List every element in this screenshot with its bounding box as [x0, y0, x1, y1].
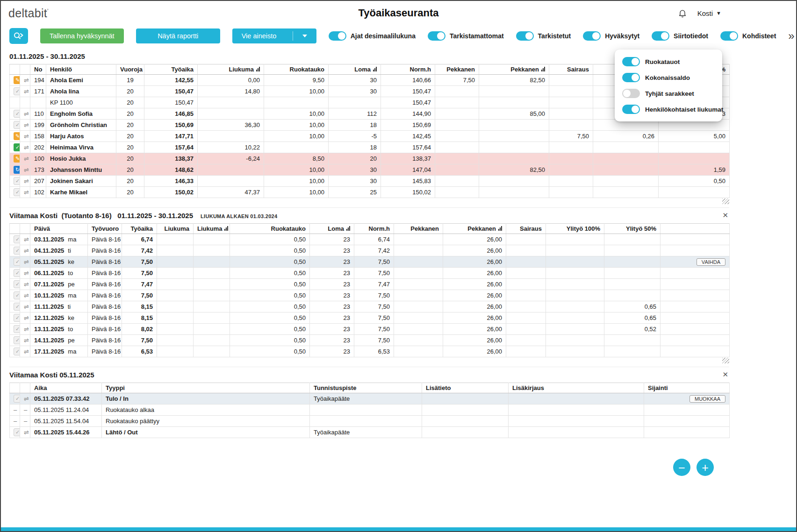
checked-icon[interactable]: ✓ [14, 235, 20, 243]
checked-icon[interactable]: ✓ [14, 395, 20, 403]
checked-icon[interactable]: ✓ [14, 177, 20, 185]
summary-row[interactable]: ✎⇌100Hosio Jukka20138,37-6,248,5020138,3… [10, 153, 730, 164]
close-punch-icon[interactable]: ✕ [722, 370, 728, 379]
menu-item-kokonaissaldo[interactable]: Kokonaissaldo [615, 70, 722, 85]
swap-icon[interactable]: ⇌ [24, 88, 29, 95]
swap-icon[interactable]: ⇌ [24, 292, 29, 299]
checked-icon[interactable]: ✓ [14, 121, 20, 129]
detail-row[interactable]: ✓⇌14.11.2025pePäivä 8-167,500,50237,5026… [10, 335, 730, 346]
column-header-pekkanen[interactable]: Pekkanen [443, 224, 506, 234]
column-header-pekkanen[interactable]: Pekkanen [479, 64, 549, 75]
detail-row[interactable]: ✓⇌10.11.2025maPäivä 8-167,500,50237,5026… [10, 290, 730, 301]
column-header-sairaus[interactable]: Sairaus [549, 64, 593, 75]
column-header-liukuma[interactable]: Liukuma [157, 224, 194, 234]
swap-icon[interactable]: ⇌ [24, 121, 29, 128]
save-approvals-button[interactable]: Tallenna hyväksynnät [40, 28, 124, 43]
close-detail-icon[interactable]: ✕ [722, 211, 728, 220]
search-button[interactable] [9, 28, 28, 44]
column-header-aika[interactable]: Aika [30, 383, 102, 393]
swap-icon[interactable]: ⇌ [24, 429, 29, 436]
punch-row[interactable]: ✓⇌05.11.2025 15.44.26Lähtö / OutTyöaikap… [10, 427, 730, 438]
column-header-ylityo-100pct[interactable]: Ylityö 100% [546, 224, 604, 234]
chart-icon[interactable] [498, 226, 502, 231]
column-header-loma[interactable]: Loma [329, 64, 381, 75]
column-header-liukuma[interactable]: Liukuma [198, 64, 264, 75]
expand-toolbar-icon[interactable]: » [788, 30, 794, 42]
checked-icon[interactable]: ✓ [14, 428, 20, 436]
checked-icon[interactable]: ✓ [14, 325, 20, 333]
checked-icon[interactable]: ✓ [14, 87, 20, 95]
swap-icon[interactable]: ⇌ [24, 314, 29, 321]
swap-icon[interactable]: ⇌ [24, 326, 29, 333]
toggle-siirtotiedot[interactable] [652, 31, 669, 41]
punch-row[interactable]: ––05.11.2025 11.54.04Ruokatauko päättyy [10, 416, 730, 427]
table-resize-grip[interactable] [722, 199, 729, 204]
swap-icon[interactable]: ⇌ [24, 236, 29, 243]
column-header-norm-h[interactable]: Norm.h [381, 64, 435, 75]
checked-icon[interactable]: ✓ [14, 258, 20, 266]
edit-punch-button[interactable]: MUOKKAA [689, 395, 725, 403]
column-header-lisakirjaus[interactable]: Lisäkirjaus [509, 383, 644, 393]
swap-icon[interactable]: ⇌ [24, 303, 29, 310]
column-header-tunnistuspiste[interactable]: Tunnistuspiste [310, 383, 422, 393]
column-header-liukuma[interactable]: Liukuma [194, 224, 230, 234]
toggle-tarkistetut[interactable] [516, 31, 534, 41]
column-header-pekkanen[interactable]: Pekkanen [435, 64, 479, 75]
column-header-lisatieto[interactable]: Lisätieto [422, 383, 509, 393]
menu-item-tyhjat-sarakkeet[interactable]: Tyhjät sarakkeet [615, 85, 722, 101]
chart-icon[interactable] [373, 67, 377, 71]
summary-row[interactable]: ↻⇌173Johansson Minttu20148,6210,0030147,… [10, 164, 730, 176]
edit-icon[interactable]: ✎ [14, 155, 20, 163]
detail-row[interactable]: ✓⇌12.11.2025kePäivä 8-168,150,50237,5026… [10, 312, 730, 324]
export-data-button[interactable]: Vie aineisto [232, 28, 316, 43]
column-header-vuoroja[interactable]: Vuoroja [116, 64, 144, 75]
menu-item-ruokatauot[interactable]: Ruokatauot [615, 54, 722, 70]
summary-row[interactable]: ✎⇌158Harju Aatos20147,7110,00-5142,457,5… [10, 131, 730, 142]
column-header-pekkanen[interactable]: Pekkanen [394, 224, 443, 234]
swap-icon[interactable]: ⇌ [24, 177, 29, 184]
column-header-tyovuoro[interactable]: Työvuoro [88, 224, 122, 234]
detail-row[interactable]: ✓⇌11.11.2025tiPäivä 8-168,150,50237,5026… [10, 301, 730, 312]
column-header-ruokatauko[interactable]: Ruokatauko [230, 224, 310, 234]
detail-row[interactable]: ✓⇌04.11.2025tiPäivä 8-167,420,50237,4226… [10, 245, 730, 256]
column-header-paiva[interactable]: Päivä [30, 224, 88, 234]
approved-icon[interactable]: ✓ [14, 143, 20, 151]
menu-item-henkilokohtaiset-liukumat[interactable]: Henkilökohtaiset liukumat [615, 101, 722, 117]
swap-icon[interactable]: ⇌ [24, 155, 29, 162]
swap-icon[interactable]: ⇌ [24, 133, 29, 140]
notifications-bell-icon[interactable] [678, 8, 687, 18]
swap-icon[interactable]: ⇌ [24, 189, 29, 196]
summary-row[interactable]: ✓⇌102Karhe Mikael20150,0247,3710,0025150… [10, 187, 730, 198]
swap-icon[interactable]: ⇌ [24, 348, 29, 355]
column-header-sairaus[interactable]: Sairaus [506, 224, 546, 234]
swap-icon[interactable]: ⇌ [24, 77, 29, 84]
checked-icon[interactable]: ✓ [14, 110, 20, 118]
column-header-tyoaika[interactable]: Työaika [144, 64, 198, 75]
chart-icon[interactable] [346, 226, 350, 231]
checked-icon[interactable]: ✓ [14, 280, 20, 288]
swap-icon[interactable]: ⇌ [24, 395, 29, 402]
toggle-ajat-desimaalilukuna[interactable] [329, 31, 346, 41]
minus-button[interactable]: − [673, 459, 690, 476]
user-menu[interactable]: Kosti ▼ [697, 9, 721, 17]
checked-icon[interactable]: ✓ [14, 291, 20, 299]
show-report-button[interactable]: Näytä raportti [136, 28, 220, 43]
detail-row[interactable]: ✓⇌06.11.2025toPäivä 8-167,500,50237,5026… [10, 268, 730, 279]
checked-icon[interactable]: ✓ [14, 336, 20, 344]
punch-row[interactable]: ––05.11.2025 11.24.04Ruokatauko alkaa [10, 404, 730, 416]
swap-icon[interactable]: ⇌ [24, 281, 29, 288]
checked-icon[interactable]: ✓ [14, 303, 20, 311]
column-header-loma[interactable]: Loma [310, 224, 354, 234]
summary-row[interactable]: ✓⇌202Heinimaa Virva20157,6410,2218157,64 [10, 142, 730, 153]
toggle-henkilokohtaiset-liukumat[interactable] [622, 105, 640, 114]
toggle-kohdisteet[interactable] [720, 31, 738, 41]
checked-icon[interactable]: ✓ [14, 247, 20, 255]
swap-icon[interactable]: ⇌ [24, 270, 29, 277]
toggle-ruokatauot[interactable] [622, 57, 640, 66]
checked-icon[interactable]: ✓ [14, 269, 20, 277]
checked-icon[interactable]: ✓ [14, 348, 20, 355]
chart-icon[interactable] [256, 67, 260, 71]
swap-icon[interactable]: ⇌ [24, 337, 29, 344]
detail-row[interactable]: ✓⇌05.11.2025kePäivä 8-167,500,50237,5026… [10, 256, 730, 268]
toggle-kokonaissaldo[interactable] [622, 73, 640, 82]
